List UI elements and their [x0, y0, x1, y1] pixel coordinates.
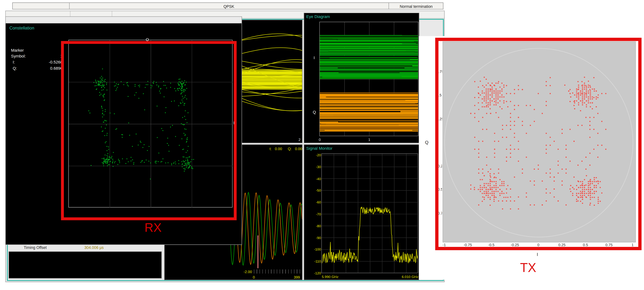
time-cursor[interactable]: [258, 235, 258, 268]
x-tick-start: 0: [251, 275, 256, 279]
marker-table: Symbol:1I:-0.5268Q:0.6896: [11, 54, 63, 72]
q-channel-label: Q: [313, 110, 316, 114]
marker-row-value: -0.5268: [49, 60, 62, 64]
y-tick-label: -40: [308, 177, 321, 181]
y-axis-label: Q: [425, 140, 428, 145]
marker-label: Q:: [288, 147, 292, 151]
tx-figure-window[interactable]: Q I TX 0.750.50.250-0.25-0.5-0.75-1-0.75…: [419, 36, 644, 280]
statusbar-divider: [69, 3, 70, 9]
rx-annotation: RX: [120, 221, 186, 234]
marker-row-label: I:: [11, 60, 15, 64]
y-tick-label: -70: [308, 212, 321, 216]
x-axis-label: I: [537, 252, 538, 257]
constellation-body: Constellation Marker Symbol:1I:-0.5268Q:…: [6, 23, 242, 244]
x-tick-left: 5.990 GHz: [322, 275, 338, 279]
y-tick-label: -100: [308, 247, 321, 252]
rx-highlight-rect: [61, 41, 237, 220]
x-axis-label: I: [233, 121, 234, 125]
marker-label: t:: [270, 147, 272, 151]
marker-row-label: Symbol:: [11, 54, 26, 58]
x-tick-right: 6.010 GHz: [386, 275, 418, 279]
y-tick-label: -60: [308, 200, 321, 205]
y-tick-label: -30: [308, 165, 321, 169]
panel-title: Signal Monitor: [306, 146, 332, 151]
marker-row-value: 0.6896: [50, 66, 63, 71]
marker-row: Q:0.6896: [11, 66, 63, 72]
marker-row: Symbol:1: [11, 54, 63, 60]
signal-monitor-panel[interactable]: Signal Monitor 5.990 GHz 6.010 GHz -20-3…: [304, 144, 419, 280]
marker-value: 0.00: [275, 147, 282, 151]
tx-highlight-rect: [435, 38, 642, 250]
eye-diagram-panel[interactable]: Eye Diagram I Q 0 1: [304, 13, 419, 143]
axis-minor-ticks: [254, 269, 302, 274]
y-tick-label: -50: [308, 189, 321, 193]
statusbar-divider: [388, 3, 389, 9]
panel-title: Constellation: [10, 26, 34, 30]
marker-row-label: Q:: [11, 66, 17, 71]
y-tick-label: -120: [308, 271, 321, 275]
x-tick-1: 1: [365, 138, 374, 142]
tx-annotation: TX: [504, 261, 553, 274]
marker-row: I:-0.5268: [11, 60, 63, 66]
status-bar: QPSK Normal termination: [12, 3, 444, 10]
marker-value: 0.00: [295, 147, 302, 151]
spectrum-plot: [322, 153, 418, 273]
marker-pair: Q:0.00: [288, 147, 302, 151]
constellation-window[interactable]: Constellation Marker Symbol:1I:-0.5268Q:…: [5, 16, 242, 245]
y-min-label: -2.00: [244, 270, 252, 274]
y-tick-label: -110: [308, 259, 321, 263]
marker-pair: t:0.00: [270, 147, 282, 151]
panel-title: Eye Diagram: [306, 14, 330, 19]
modulation-label: QPSK: [204, 4, 254, 9]
y-tick-label: -90: [308, 236, 321, 240]
x-tick-0: 0: [316, 138, 324, 142]
x-max-label: 2: [298, 138, 300, 142]
screen: QPSK Normal termination 2 t:0.00Q:0.00 -…: [0, 0, 644, 290]
marker-heading: Marker: [11, 48, 24, 53]
i-channel-label: I: [314, 55, 315, 60]
eye-plot: [319, 22, 418, 136]
x-tick-end: 399: [292, 275, 302, 279]
termination-status: Normal termination: [392, 4, 441, 9]
y-tick-label: -80: [308, 224, 321, 228]
y-tick-label: -20: [308, 153, 321, 157]
constellation-titlebar[interactable]: [6, 17, 242, 23]
marker-readout-row: t:0.00Q:0.00: [244, 147, 302, 151]
